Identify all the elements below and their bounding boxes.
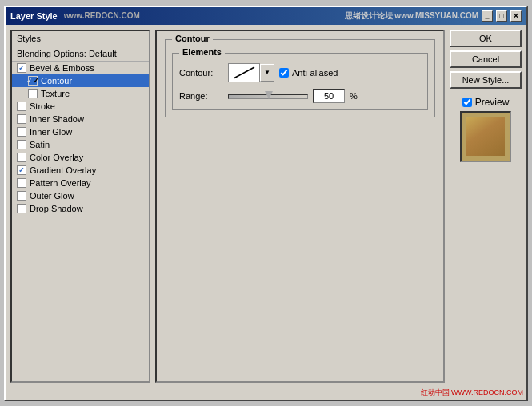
contour-group-label: Contour <box>172 34 213 43</box>
texture-checkbox[interactable] <box>28 89 38 98</box>
minimize-button[interactable]: _ <box>482 10 493 22</box>
range-value-input[interactable] <box>313 89 345 103</box>
title-bar: Layer Style www.REDOCN.COM 思绪设计论坛 www.MI… <box>6 7 526 25</box>
left-panel: Styles Blending Options: Default Bevel &… <box>10 30 150 383</box>
contour-dropdown-button[interactable]: ▼ <box>260 64 274 82</box>
gradient-overlay-checkbox[interactable] <box>17 165 26 175</box>
anti-aliased-label: Anti-aliased <box>292 68 338 78</box>
title-right-watermark: 思绪设计论坛 www.MISSYUAN.COM <box>345 10 478 22</box>
outer-glow-checkbox[interactable] <box>17 191 26 201</box>
content-panel: Contour Elements Contour: <box>155 30 445 383</box>
elements-group-label: Elements <box>179 47 225 57</box>
dialog-title: Layer Style <box>10 11 58 21</box>
bevel-emboss-checkbox[interactable] <box>17 63 26 73</box>
close-button[interactable]: ✕ <box>510 10 522 22</box>
contour-group: Contour Elements Contour: <box>165 39 435 117</box>
sidebar-item-stroke[interactable]: Stroke <box>12 100 149 113</box>
ok-button[interactable]: OK <box>450 30 522 47</box>
stroke-checkbox[interactable] <box>17 102 26 111</box>
new-style-button[interactable]: New Style... <box>450 71 522 89</box>
range-label: Range: <box>179 91 223 101</box>
styles-header: Styles <box>12 31 149 46</box>
range-field-row: Range: % <box>179 89 421 103</box>
range-slider-thumb[interactable] <box>265 91 273 99</box>
satin-checkbox[interactable] <box>17 140 26 149</box>
anti-aliased-checkbox[interactable] <box>279 68 289 78</box>
inner-glow-checkbox[interactable] <box>17 127 26 137</box>
color-overlay-checkbox[interactable] <box>17 153 26 162</box>
contour-field-row: Contour: ▼ <box>179 63 421 82</box>
pattern-overlay-checkbox[interactable] <box>17 178 26 188</box>
sidebar-item-texture[interactable]: Texture <box>12 87 149 100</box>
sidebar-item-color-overlay[interactable]: Color Overlay <box>12 151 149 164</box>
preview-label: Preview <box>475 97 510 108</box>
sidebar-item-drop-shadow[interactable]: Drop Shadow <box>12 202 149 215</box>
range-slider-container: % <box>228 89 358 103</box>
preview-inner-shape <box>466 117 505 156</box>
preview-section: Preview <box>450 97 522 162</box>
sidebar-item-gradient-overlay[interactable]: Gradient Overlay <box>12 164 149 177</box>
sidebar-item-inner-glow[interactable]: Inner Glow <box>12 125 149 138</box>
sidebar-item-satin[interactable]: Satin <box>12 138 149 151</box>
range-percent-label: % <box>350 91 358 101</box>
sidebar-item-outer-glow[interactable]: Outer Glow <box>12 189 149 202</box>
elements-group: Elements Contour: <box>172 53 428 110</box>
contour-preview[interactable] <box>228 63 260 82</box>
preview-thumbnail <box>460 111 511 162</box>
preview-label-row: Preview <box>462 97 510 108</box>
maximize-button[interactable]: □ <box>496 10 507 22</box>
contour-field-label: Contour: <box>179 68 223 78</box>
sidebar-item-pattern-overlay[interactable]: Pattern Overlay <box>12 177 149 189</box>
cancel-button[interactable]: Cancel <box>450 50 522 68</box>
preview-checkbox[interactable] <box>462 98 472 107</box>
anti-aliased-row: Anti-aliased <box>279 68 338 78</box>
sidebar-item-contour[interactable]: ✓ Contour <box>12 74 149 87</box>
inner-shadow-checkbox[interactable] <box>17 114 26 124</box>
sidebar-item-bevel-emboss[interactable]: Bevel & Emboss <box>12 62 149 74</box>
contour-selector: ▼ <box>228 63 274 82</box>
drop-shadow-checkbox[interactable] <box>17 204 26 213</box>
title-left-watermark: www.REDOCN.COM <box>64 11 140 20</box>
contour-checkbox[interactable]: ✓ <box>28 76 38 86</box>
right-panel: OK Cancel New Style... Preview <box>450 30 522 383</box>
main-content-area: Contour Elements Contour: <box>155 30 445 383</box>
blending-options-header: Blending Options: Default <box>12 46 149 62</box>
sidebar-item-inner-shadow[interactable]: Inner Shadow <box>12 113 149 125</box>
style-items-list: Bevel & Emboss ✓ Contour Texture <box>12 62 149 381</box>
range-slider-track-wrapper <box>228 90 308 102</box>
bottom-watermark: 红动中国 WWW.REDOCN.COM <box>6 388 526 400</box>
layer-style-dialog: Layer Style www.REDOCN.COM 思绪设计论坛 www.MI… <box>4 6 528 401</box>
